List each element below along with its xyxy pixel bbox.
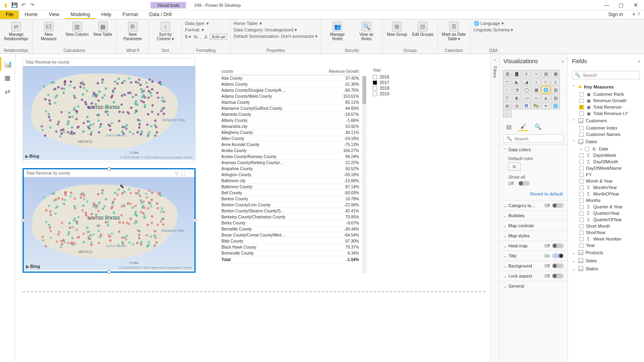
- field-customer-index[interactable]: Customer Index: [568, 125, 644, 131]
- revert-to-default-link[interactable]: Revert to default: [500, 189, 568, 200]
- field-total-revenue[interactable]: ▣Total Revenue: [568, 104, 644, 110]
- default-color-swatch[interactable]: fx: [508, 162, 520, 171]
- currency-button[interactable]: $ ▾: [185, 34, 191, 39]
- chevron-down-icon[interactable]: ▾: [633, 12, 635, 18]
- tab-help[interactable]: Help: [96, 10, 117, 19]
- viz-area-icon[interactable]: ◣: [512, 78, 521, 85]
- viz-pie-icon[interactable]: ◔: [512, 86, 521, 93]
- table-row[interactable]: Bell County-50.03%: [220, 190, 361, 196]
- format-search-input[interactable]: [514, 136, 561, 141]
- fields-search[interactable]: 🔍: [572, 71, 640, 79]
- table-row[interactable]: Arlington County-50.18%: [220, 172, 361, 178]
- viz-funnel-icon[interactable]: ▽: [503, 94, 512, 101]
- table-customers[interactable]: ⌃Customers: [568, 117, 644, 125]
- data-type-dropdown[interactable]: Data type: ▾: [185, 21, 227, 26]
- table-visual[interactable]: county Revenue Growth Ada County37.42%Ad…: [220, 68, 361, 283]
- field-monthnyear[interactable]: ΣMonthnYear: [568, 184, 644, 191]
- field-revenue-growth[interactable]: ▣Revenue Growth: [568, 97, 644, 104]
- field-customer-rank[interactable]: ▣Customer Rank: [568, 91, 644, 97]
- viz-stacked-column-icon[interactable]: ▇: [512, 70, 521, 77]
- percent-button[interactable]: %: [194, 35, 198, 39]
- undo-icon[interactable]: ↶: [20, 2, 27, 8]
- manage-relationships-button[interactable]: ⇄Manage Relationships: [3, 21, 29, 42]
- viz-ribbon-icon[interactable]: ≈: [541, 78, 550, 85]
- viz-filled-map-icon[interactable]: ▧: [551, 86, 560, 93]
- map-visual-1[interactable]: Total Revenue by county UNITED STATES ME…: [23, 58, 196, 162]
- slicer-item[interactable]: 2018: [373, 85, 409, 91]
- viz-clustered-column-icon[interactable]: ▪: [532, 70, 541, 77]
- viz-import-icon[interactable]: ⋯: [503, 110, 512, 117]
- table-row[interactable]: Benton County/Linn County-22.08%: [220, 202, 361, 208]
- filter-icon[interactable]: ▽: [175, 171, 178, 176]
- heat-map-toggle[interactable]: [552, 243, 564, 248]
- table-row[interactable]: Alameda County-18.67%: [220, 111, 361, 117]
- maximize-button[interactable]: ▢: [614, 1, 628, 10]
- table-row[interactable]: Alachua County65.11%: [220, 99, 361, 105]
- viz-r-icon[interactable]: R: [522, 102, 531, 109]
- viz-key-influencers-icon[interactable]: ✦: [541, 102, 550, 109]
- table-row[interactable]: Aransas County/Kleberg County/…22.22%: [220, 160, 361, 166]
- table-row[interactable]: Baltimore city-15.68%: [220, 178, 361, 184]
- section-bubbles[interactable]: ⌄Bubbles: [500, 211, 568, 220]
- manage-roles-button[interactable]: 👥Manage Roles: [324, 21, 350, 42]
- viz-stacked-area-icon[interactable]: ◢: [522, 78, 531, 85]
- table-row[interactable]: Anoka County164.27%: [220, 148, 361, 154]
- viz-treemap-icon[interactable]: ▩: [532, 86, 541, 93]
- table-row[interactable]: Bonneville County6.34%: [220, 250, 361, 256]
- field-quarter-year[interactable]: ΣQuarter & Year: [568, 204, 644, 210]
- year-slicer[interactable]: Year 2016201720182019: [373, 68, 409, 97]
- table-row[interactable]: Allen County-24.18%: [220, 136, 361, 142]
- table-row[interactable]: Adams County/Douglas County/A…-68.75%: [220, 87, 361, 93]
- field-date[interactable]: ⌄🗓Date: [568, 146, 644, 152]
- collapse-fields-icon[interactable]: ›: [638, 58, 640, 64]
- viz-slicer-icon[interactable]: ▤: [551, 94, 560, 101]
- field-shortmonth[interactable]: Short Month: [568, 223, 644, 229]
- field-customer-names[interactable]: Customer Names: [568, 131, 644, 138]
- viz-donut-icon[interactable]: ◯: [522, 86, 531, 93]
- new-measure-button[interactable]: 🗠New Measure: [36, 21, 62, 42]
- tab-file[interactable]: File: [0, 10, 19, 19]
- format-tab[interactable]: 🖌: [518, 122, 528, 131]
- table-row[interactable]: Albany County-1.66%: [220, 117, 361, 123]
- focus-mode-icon[interactable]: ⛶: [181, 171, 185, 176]
- language-dropdown[interactable]: 🌐 Language ▾: [474, 21, 513, 26]
- field-fy[interactable]: FY: [568, 171, 644, 178]
- table-row[interactable]: Benton County/Stearns County/S…42.41%: [220, 208, 361, 214]
- viz-python-icon[interactable]: Py: [532, 102, 541, 109]
- resize-handle-bottom[interactable]: [107, 270, 111, 274]
- redo-icon[interactable]: ↷: [29, 2, 35, 8]
- comma-button[interactable]: ,: [200, 35, 201, 39]
- field-year[interactable]: Year: [568, 242, 644, 249]
- table-row[interactable]: Berkeley County/Charleston County70.85%: [220, 214, 361, 220]
- edit-groups-button[interactable]: ⊟Edit Groups: [411, 21, 434, 37]
- filters-pane-collapsed[interactable]: ‹ Filters: [490, 54, 499, 362]
- more-options-icon[interactable]: ⋯: [188, 171, 192, 176]
- table-row[interactable]: Alexandria city53.92%: [220, 123, 361, 130]
- tab-view[interactable]: View: [43, 10, 65, 19]
- col-county[interactable]: county: [220, 68, 314, 75]
- viz-clustered-bar-icon[interactable]: ≡: [522, 70, 531, 77]
- show-all-toggle[interactable]: [518, 181, 530, 186]
- resize-handle-top[interactable]: [107, 167, 111, 171]
- col-revenue-growth[interactable]: Revenue Growth: [314, 68, 361, 75]
- table-sales[interactable]: ⌄Sales: [568, 257, 644, 265]
- section-map-styles[interactable]: ⌄Map styles: [500, 231, 568, 241]
- viz-card-icon[interactable]: ▭: [522, 94, 531, 101]
- slicer-item[interactable]: 2017: [373, 80, 409, 85]
- format-dropdown[interactable]: Format: ▾: [185, 27, 227, 33]
- home-table-dropdown[interactable]: Home Table: ▾: [234, 21, 318, 26]
- table-row[interactable]: Benton County10.78%: [220, 196, 361, 202]
- field-month-year[interactable]: Month & Year: [568, 178, 644, 184]
- sign-in-link[interactable]: Sign in: [603, 10, 629, 19]
- table-row[interactable]: Black Hawk County79.37%: [220, 244, 361, 250]
- table-row[interactable]: Ada County37.42%: [220, 75, 361, 81]
- collapse-viz-icon[interactable]: ›: [561, 58, 564, 64]
- table-row[interactable]: Adams County/Weld County153.61%: [220, 93, 361, 99]
- linguistic-schema-dropdown[interactable]: Linguistic Schema ▾: [474, 27, 513, 33]
- format-search[interactable]: 🔍: [504, 134, 564, 143]
- table-row[interactable]: Adams County-31.30%: [220, 81, 361, 87]
- help-icon[interactable]: ?: [638, 12, 640, 18]
- viz-line-icon[interactable]: 〰: [503, 78, 512, 85]
- section-title[interactable]: ⌄TitleOn: [500, 251, 568, 261]
- expand-filters-icon[interactable]: ‹: [494, 57, 496, 63]
